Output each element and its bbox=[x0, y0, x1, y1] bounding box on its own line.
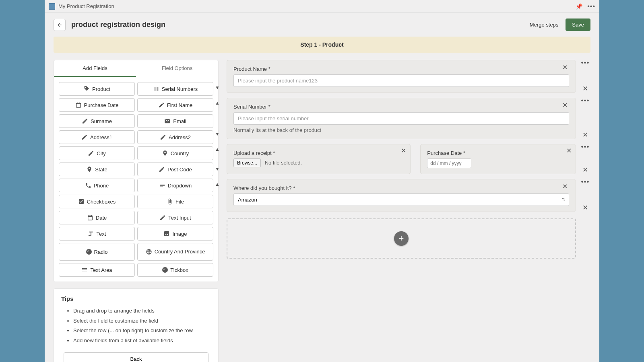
field-post-code[interactable]: Post Code bbox=[137, 162, 213, 176]
product-name-input[interactable] bbox=[233, 74, 569, 87]
field-text[interactable]: Text bbox=[59, 227, 135, 241]
row-menu-icon[interactable]: ••• bbox=[581, 99, 590, 103]
header: product registration design Merge steps … bbox=[45, 13, 599, 37]
row-menu-icon[interactable]: ••• bbox=[581, 180, 590, 184]
field-label: Radio bbox=[94, 249, 108, 255]
chevron-up-icon[interactable]: ▲ bbox=[215, 181, 220, 187]
field-remove-icon[interactable]: ✕ bbox=[566, 147, 572, 154]
globe-icon bbox=[146, 249, 152, 255]
attachment-icon bbox=[167, 198, 173, 205]
tips-back-button[interactable]: Back bbox=[64, 352, 208, 362]
form-builder: ▼ ••• ✕ ✕ Product Name * ▲ bbox=[227, 60, 590, 259]
field-label: City bbox=[97, 150, 105, 156]
field-address2[interactable]: Address2 bbox=[137, 130, 213, 144]
pencil-icon bbox=[82, 118, 88, 124]
field-label: Email bbox=[173, 118, 186, 124]
field-date[interactable]: Date bbox=[59, 211, 135, 224]
field-state[interactable]: State bbox=[59, 162, 135, 176]
field-label: Phone bbox=[94, 183, 109, 189]
add-row-button[interactable]: + bbox=[394, 231, 409, 246]
form-row[interactable]: ▲ ▼ ••• ✕ ✕ Upload a receipt * Browse...… bbox=[227, 144, 590, 174]
browse-button[interactable]: Browse... bbox=[233, 158, 261, 167]
chevron-down-icon[interactable]: ▼ bbox=[215, 85, 220, 90]
field-surname[interactable]: Surname bbox=[59, 114, 135, 128]
form-row[interactable]: ▲ ▼ ••• ✕ ✕ Serial Number * Normally its… bbox=[227, 98, 590, 139]
chevron-down-icon[interactable]: ▼ bbox=[215, 131, 220, 137]
location-icon bbox=[86, 166, 93, 173]
merge-steps-button[interactable]: Merge steps bbox=[530, 22, 559, 28]
field-dropdown[interactable]: Dropdown bbox=[137, 179, 213, 192]
calendar-icon bbox=[75, 102, 82, 108]
back-button[interactable] bbox=[54, 19, 66, 31]
field-label: Text Input bbox=[168, 215, 191, 221]
typography-icon bbox=[88, 230, 94, 237]
field-country-province[interactable]: Country And Province bbox=[137, 243, 213, 261]
field-address1[interactable]: Address1 bbox=[59, 130, 135, 144]
form-row[interactable]: ▲ ••• ✕ ✕ Where did you bought it? * Ama… bbox=[227, 179, 590, 212]
where-bought-select[interactable]: Amazon bbox=[233, 193, 569, 206]
purchase-date-input[interactable] bbox=[427, 158, 471, 168]
field-country[interactable]: Country bbox=[137, 146, 213, 160]
field-label: Purchase Date * bbox=[427, 150, 569, 156]
save-button[interactable]: Save bbox=[566, 19, 590, 31]
pin-icon[interactable]: 📌 bbox=[576, 3, 582, 10]
pencil-icon bbox=[160, 134, 166, 140]
field-label: Country And Province bbox=[155, 249, 205, 255]
topbar-menu-icon[interactable]: ••• bbox=[587, 3, 595, 10]
pencil-icon bbox=[158, 102, 165, 108]
field-product[interactable]: Product bbox=[59, 82, 135, 96]
field-radio[interactable]: Radio bbox=[59, 243, 135, 261]
field-label: Country bbox=[171, 150, 189, 156]
tab-field-options[interactable]: Field Options bbox=[136, 60, 218, 77]
field-remove-icon[interactable]: ✕ bbox=[562, 64, 568, 71]
tab-add-fields[interactable]: Add Fields bbox=[54, 60, 136, 77]
row-menu-icon[interactable]: ••• bbox=[581, 145, 590, 149]
tips-heading: Tips bbox=[61, 295, 211, 302]
field-block-purchase-date[interactable]: ✕ Purchase Date * bbox=[420, 144, 576, 174]
form-row[interactable]: ▼ ••• ✕ ✕ Product Name * bbox=[227, 60, 590, 93]
add-row-dropzone[interactable]: + bbox=[227, 218, 576, 259]
field-phone[interactable]: Phone bbox=[59, 179, 135, 192]
field-remove-icon[interactable]: ✕ bbox=[401, 147, 406, 154]
chevron-down-icon[interactable]: ▼ bbox=[215, 166, 220, 172]
field-label: Date bbox=[96, 215, 107, 221]
field-remove-icon[interactable]: ✕ bbox=[562, 183, 568, 190]
chevron-up-icon[interactable]: ▲ bbox=[215, 100, 220, 106]
field-checkboxes[interactable]: Checkboxes bbox=[59, 195, 135, 208]
tick-icon bbox=[162, 267, 168, 273]
tip-item: Select the field to customize the field bbox=[73, 316, 211, 326]
field-block-where-bought[interactable]: ✕ Where did you bought it? * Amazon bbox=[233, 185, 569, 206]
mail-icon bbox=[164, 118, 171, 124]
field-city[interactable]: City bbox=[59, 146, 135, 160]
row-remove-icon[interactable]: ✕ bbox=[582, 205, 588, 211]
field-text-area[interactable]: Text Area bbox=[59, 263, 135, 277]
field-purchase-date[interactable]: Purchase Date bbox=[59, 98, 135, 112]
field-first-name[interactable]: First Name bbox=[137, 98, 213, 112]
tip-item: Drag and drop to arrange the fields bbox=[73, 306, 211, 316]
field-label: Text Area bbox=[90, 267, 112, 273]
radio-icon bbox=[86, 249, 92, 255]
field-help-text: Normally its at the back of the product bbox=[233, 127, 569, 133]
tip-item: Add new fields from a list of available … bbox=[73, 336, 211, 346]
field-tickbox[interactable]: Tickbox bbox=[137, 263, 213, 277]
row-menu-icon[interactable]: ••• bbox=[581, 61, 590, 65]
field-label: State bbox=[95, 167, 107, 173]
field-serial-numbers[interactable]: Serial Numbers bbox=[137, 82, 213, 96]
field-text-input[interactable]: Text Input bbox=[137, 211, 213, 224]
field-email[interactable]: Email bbox=[137, 114, 213, 128]
row-remove-icon[interactable]: ✕ bbox=[582, 167, 588, 173]
field-remove-icon[interactable]: ✕ bbox=[562, 101, 568, 109]
chevron-up-icon[interactable]: ▲ bbox=[215, 146, 220, 152]
field-block-serial-number[interactable]: ✕ Serial Number * Normally its at the ba… bbox=[233, 104, 569, 133]
pencil-icon bbox=[159, 214, 166, 221]
field-block-product-name[interactable]: ✕ Product Name * bbox=[233, 66, 569, 87]
row-remove-icon[interactable]: ✕ bbox=[582, 86, 588, 92]
field-block-upload-receipt[interactable]: ✕ Upload a receipt * Browse... No file s… bbox=[227, 144, 411, 174]
location-icon bbox=[162, 150, 168, 156]
field-file[interactable]: File bbox=[137, 195, 213, 208]
row-remove-icon[interactable]: ✕ bbox=[582, 132, 588, 138]
pencil-icon bbox=[88, 150, 94, 156]
serial-number-input[interactable] bbox=[233, 112, 569, 125]
field-image[interactable]: Image bbox=[137, 227, 213, 241]
field-label: File bbox=[175, 199, 184, 205]
